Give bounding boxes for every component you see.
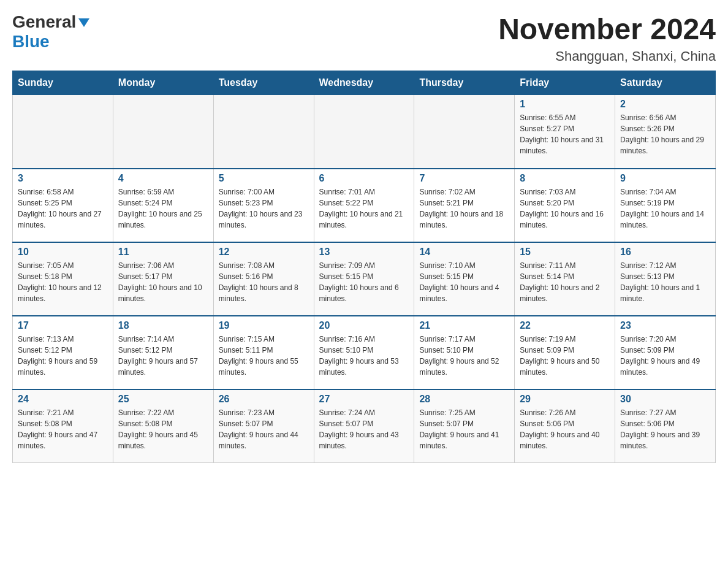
day-info: Sunrise: 7:01 AMSunset: 5:22 PMDaylight:… bbox=[319, 186, 409, 231]
week-row-1: 3Sunrise: 6:58 AMSunset: 5:25 PMDaylight… bbox=[13, 169, 716, 242]
header-saturday: Saturday bbox=[615, 71, 716, 95]
calendar-cell: 16Sunrise: 7:12 AMSunset: 5:13 PMDayligh… bbox=[615, 242, 716, 316]
day-info: Sunrise: 7:05 AMSunset: 5:18 PMDaylight:… bbox=[18, 260, 108, 304]
day-number: 30 bbox=[620, 394, 710, 405]
calendar-title: November 2024 bbox=[498, 12, 716, 46]
calendar-cell: 28Sunrise: 7:25 AMSunset: 5:07 PMDayligh… bbox=[414, 389, 515, 463]
day-info: Sunrise: 7:23 AMSunset: 5:07 PMDaylight:… bbox=[219, 407, 309, 451]
week-row-2: 10Sunrise: 7:05 AMSunset: 5:18 PMDayligh… bbox=[13, 242, 716, 316]
day-info: Sunrise: 7:17 AMSunset: 5:10 PMDaylight:… bbox=[419, 334, 509, 378]
day-info: Sunrise: 7:13 AMSunset: 5:12 PMDaylight:… bbox=[18, 334, 108, 378]
logo: General Blue bbox=[12, 12, 91, 52]
day-number: 23 bbox=[620, 320, 710, 331]
day-number: 2 bbox=[620, 99, 710, 110]
day-number: 12 bbox=[219, 247, 309, 258]
svg-marker-0 bbox=[78, 18, 89, 27]
day-info: Sunrise: 7:20 AMSunset: 5:09 PMDaylight:… bbox=[620, 334, 710, 378]
day-info: Sunrise: 7:03 AMSunset: 5:20 PMDaylight:… bbox=[520, 186, 610, 231]
calendar-cell: 24Sunrise: 7:21 AMSunset: 5:08 PMDayligh… bbox=[13, 389, 113, 463]
day-number: 7 bbox=[419, 173, 509, 184]
calendar-cell: 1Sunrise: 6:55 AMSunset: 5:27 PMDaylight… bbox=[515, 95, 615, 169]
calendar-cell: 19Sunrise: 7:15 AMSunset: 5:11 PMDayligh… bbox=[213, 316, 314, 389]
calendar-cell: 26Sunrise: 7:23 AMSunset: 5:07 PMDayligh… bbox=[213, 389, 314, 463]
day-number: 3 bbox=[18, 173, 108, 184]
title-section: November 2024 Shangguan, Shanxi, China bbox=[498, 12, 716, 64]
day-number: 16 bbox=[620, 247, 710, 258]
calendar-cell: 13Sunrise: 7:09 AMSunset: 5:15 PMDayligh… bbox=[314, 242, 414, 316]
day-info: Sunrise: 7:24 AMSunset: 5:07 PMDaylight:… bbox=[319, 407, 409, 451]
day-number: 4 bbox=[118, 173, 208, 184]
header-sunday: Sunday bbox=[13, 71, 113, 95]
day-number: 28 bbox=[419, 394, 509, 405]
calendar-cell: 12Sunrise: 7:08 AMSunset: 5:16 PMDayligh… bbox=[213, 242, 314, 316]
day-number: 24 bbox=[18, 394, 108, 405]
day-number: 26 bbox=[219, 394, 309, 405]
logo-arrow-icon bbox=[77, 16, 91, 29]
day-info: Sunrise: 7:08 AMSunset: 5:16 PMDaylight:… bbox=[219, 260, 309, 304]
calendar-cell: 7Sunrise: 7:02 AMSunset: 5:21 PMDaylight… bbox=[414, 169, 515, 242]
logo-general-text: General bbox=[12, 12, 76, 32]
day-info: Sunrise: 6:55 AMSunset: 5:27 PMDaylight:… bbox=[520, 112, 610, 156]
day-number: 8 bbox=[520, 173, 610, 184]
calendar-cell: 4Sunrise: 6:59 AMSunset: 5:24 PMDaylight… bbox=[113, 169, 213, 242]
day-info: Sunrise: 7:11 AMSunset: 5:14 PMDaylight:… bbox=[520, 260, 610, 304]
calendar-cell: 29Sunrise: 7:26 AMSunset: 5:06 PMDayligh… bbox=[515, 389, 615, 463]
calendar-table: Sunday Monday Tuesday Wednesday Thursday… bbox=[12, 71, 716, 463]
calendar-subtitle: Shangguan, Shanxi, China bbox=[498, 48, 716, 64]
day-number: 14 bbox=[419, 247, 509, 258]
day-info: Sunrise: 7:16 AMSunset: 5:10 PMDaylight:… bbox=[319, 334, 409, 378]
day-info: Sunrise: 7:21 AMSunset: 5:08 PMDaylight:… bbox=[18, 407, 108, 451]
day-info: Sunrise: 7:25 AMSunset: 5:07 PMDaylight:… bbox=[419, 407, 509, 451]
day-number: 22 bbox=[520, 320, 610, 331]
day-info: Sunrise: 7:12 AMSunset: 5:13 PMDaylight:… bbox=[620, 260, 710, 304]
day-info: Sunrise: 6:59 AMSunset: 5:24 PMDaylight:… bbox=[118, 186, 208, 231]
day-number: 9 bbox=[620, 173, 710, 184]
calendar-cell: 15Sunrise: 7:11 AMSunset: 5:14 PMDayligh… bbox=[515, 242, 615, 316]
day-number: 1 bbox=[520, 99, 610, 110]
logo-blue-text: Blue bbox=[12, 32, 50, 51]
day-number: 27 bbox=[319, 394, 409, 405]
week-row-3: 17Sunrise: 7:13 AMSunset: 5:12 PMDayligh… bbox=[13, 316, 716, 389]
week-row-4: 24Sunrise: 7:21 AMSunset: 5:08 PMDayligh… bbox=[13, 389, 716, 463]
day-number: 15 bbox=[520, 247, 610, 258]
day-number: 19 bbox=[219, 320, 309, 331]
calendar-cell bbox=[314, 95, 414, 169]
calendar-cell: 5Sunrise: 7:00 AMSunset: 5:23 PMDaylight… bbox=[213, 169, 314, 242]
day-number: 6 bbox=[319, 173, 409, 184]
header: General Blue November 2024 Shangguan, Sh… bbox=[12, 12, 716, 64]
calendar-cell: 18Sunrise: 7:14 AMSunset: 5:12 PMDayligh… bbox=[113, 316, 213, 389]
week-row-0: 1Sunrise: 6:55 AMSunset: 5:27 PMDaylight… bbox=[13, 95, 716, 169]
day-number: 17 bbox=[18, 320, 108, 331]
day-number: 10 bbox=[18, 247, 108, 258]
calendar-cell: 14Sunrise: 7:10 AMSunset: 5:15 PMDayligh… bbox=[414, 242, 515, 316]
day-number: 21 bbox=[419, 320, 509, 331]
day-info: Sunrise: 7:14 AMSunset: 5:12 PMDaylight:… bbox=[118, 334, 208, 378]
calendar-cell: 8Sunrise: 7:03 AMSunset: 5:20 PMDaylight… bbox=[515, 169, 615, 242]
calendar-cell: 11Sunrise: 7:06 AMSunset: 5:17 PMDayligh… bbox=[113, 242, 213, 316]
day-info: Sunrise: 7:06 AMSunset: 5:17 PMDaylight:… bbox=[118, 260, 208, 304]
day-number: 20 bbox=[319, 320, 409, 331]
calendar-cell: 23Sunrise: 7:20 AMSunset: 5:09 PMDayligh… bbox=[615, 316, 716, 389]
header-monday: Monday bbox=[113, 71, 213, 95]
day-number: 25 bbox=[118, 394, 208, 405]
calendar-cell: 17Sunrise: 7:13 AMSunset: 5:12 PMDayligh… bbox=[13, 316, 113, 389]
day-number: 13 bbox=[319, 247, 409, 258]
day-info: Sunrise: 7:22 AMSunset: 5:08 PMDaylight:… bbox=[118, 407, 208, 451]
calendar-cell: 25Sunrise: 7:22 AMSunset: 5:08 PMDayligh… bbox=[113, 389, 213, 463]
weekday-header-row: Sunday Monday Tuesday Wednesday Thursday… bbox=[13, 71, 716, 95]
calendar-cell: 10Sunrise: 7:05 AMSunset: 5:18 PMDayligh… bbox=[13, 242, 113, 316]
calendar-cell: 27Sunrise: 7:24 AMSunset: 5:07 PMDayligh… bbox=[314, 389, 414, 463]
day-number: 29 bbox=[520, 394, 610, 405]
day-info: Sunrise: 7:10 AMSunset: 5:15 PMDaylight:… bbox=[419, 260, 509, 304]
calendar-cell: 9Sunrise: 7:04 AMSunset: 5:19 PMDaylight… bbox=[615, 169, 716, 242]
calendar-cell: 6Sunrise: 7:01 AMSunset: 5:22 PMDaylight… bbox=[314, 169, 414, 242]
calendar-cell bbox=[13, 95, 113, 169]
calendar-cell bbox=[113, 95, 213, 169]
calendar-cell: 21Sunrise: 7:17 AMSunset: 5:10 PMDayligh… bbox=[414, 316, 515, 389]
calendar-cell: 3Sunrise: 6:58 AMSunset: 5:25 PMDaylight… bbox=[13, 169, 113, 242]
day-info: Sunrise: 7:15 AMSunset: 5:11 PMDaylight:… bbox=[219, 334, 309, 378]
calendar-cell bbox=[213, 95, 314, 169]
day-info: Sunrise: 7:09 AMSunset: 5:15 PMDaylight:… bbox=[319, 260, 409, 304]
header-wednesday: Wednesday bbox=[314, 71, 414, 95]
calendar-cell bbox=[414, 95, 515, 169]
